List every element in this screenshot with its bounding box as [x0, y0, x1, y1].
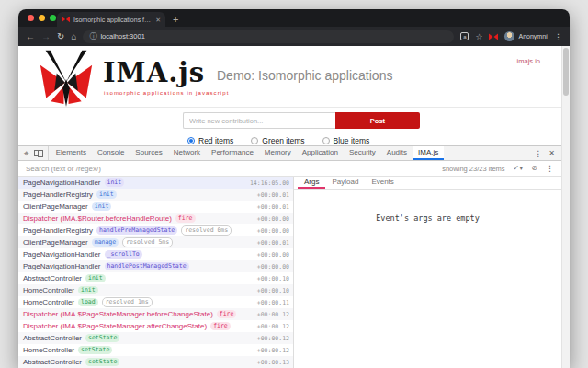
devtools-tabbar-right: ⋮ ✕: [527, 146, 561, 160]
browser-tabstrip: Isomorphic applications feed – ✕ +: [18, 9, 570, 27]
imajs-io-link[interactable]: imajs.io: [517, 57, 540, 65]
event-row[interactable]: AbstractControllersetState+00:00.13: [18, 356, 293, 368]
reload-icon[interactable]: ↻: [57, 32, 64, 41]
event-badge: init: [105, 178, 125, 187]
event-row[interactable]: AbstractControllersetState+00:00.12: [18, 332, 293, 344]
devtools-tabbar: ⌖ ElementsConsoleSourcesNetworkPerforman…: [18, 146, 561, 161]
detail-tab-events[interactable]: Events: [365, 177, 400, 189]
devtools-tab-security[interactable]: Security: [344, 146, 381, 160]
event-name: HomeController: [23, 298, 74, 306]
event-row[interactable]: PageHandlerRegistryinit+00:00.01: [18, 189, 293, 201]
event-time: +00:00.00: [257, 251, 289, 259]
event-time: +00:00.12: [257, 323, 289, 330]
devtools-tab-ima-js[interactable]: IMA.js: [413, 146, 444, 160]
translate-icon[interactable]: a: [460, 32, 469, 40]
event-name: HomeController: [23, 346, 74, 354]
event-row[interactable]: ClientPageManagerinit+00:00.01: [18, 201, 293, 213]
event-name: Dispatcher (IMA.$PageStateManager.afterC…: [23, 322, 207, 330]
event-time: 14:16:05.00: [250, 179, 289, 187]
event-time: +00:00.13: [257, 359, 289, 366]
address-bar[interactable]: ⓘ localhost:3001: [83, 30, 454, 43]
minimize-window-button[interactable]: [39, 15, 45, 21]
event-row[interactable]: Dispatcher (IMA.$PageStateManager.before…: [18, 308, 293, 320]
radio-label: Blue items: [334, 136, 370, 145]
filter-bar-right: showing 23/23 items ✓▾ ⊘ ⋮: [442, 164, 554, 173]
event-badge: setState: [78, 346, 112, 354]
event-badge: init: [92, 202, 112, 211]
page-info-icon[interactable]: ⓘ: [89, 33, 96, 40]
devtools-tab-performance[interactable]: Performance: [206, 146, 259, 160]
bookmark-star-icon[interactable]: ☆: [475, 32, 482, 41]
event-time: +00:00.01: [257, 239, 289, 247]
event-row[interactable]: PageNavigationHandlerhandlePostManagedSt…: [18, 260, 293, 272]
devtools-tab-elements[interactable]: Elements: [51, 146, 92, 160]
event-row[interactable]: Dispatcher (IMA.$Router.beforeHandleRout…: [18, 213, 293, 224]
devtools-tab-sources[interactable]: Sources: [130, 146, 167, 160]
detail-tabs: ArgsPayloadEvents: [294, 177, 561, 190]
select-filter-icon[interactable]: ✓▾: [514, 165, 524, 172]
event-row[interactable]: HomeControllersetState+00:00.12: [18, 344, 293, 356]
detail-tab-payload[interactable]: Payload: [325, 177, 365, 189]
event-time: +00:00.12: [257, 347, 289, 354]
forward-icon[interactable]: →: [41, 32, 51, 41]
contribution-input[interactable]: [183, 112, 335, 129]
ima-extension-icon[interactable]: [489, 33, 498, 40]
back-icon[interactable]: ←: [26, 32, 35, 41]
radio-red-items[interactable]: Red items: [187, 136, 233, 145]
devtools-tab-audits[interactable]: Audits: [381, 146, 413, 160]
event-resolved-badge: resolved 5ms: [122, 237, 173, 247]
event-name: PageNavigationHandler: [23, 262, 101, 270]
event-list: PageNavigationHandlerinit14:16:05.00Page…: [18, 177, 294, 368]
clear-list-icon[interactable]: ⊘: [531, 165, 537, 172]
close-window-button[interactable]: [28, 15, 34, 21]
toolbar-right: a ☆ Anonymní ⋮: [460, 31, 562, 41]
maximize-window-button[interactable]: [50, 15, 56, 21]
radio-blue-items[interactable]: Blue items: [322, 136, 370, 145]
devtools-tab-memory[interactable]: Memory: [259, 146, 297, 160]
radio-label: Red items: [198, 136, 233, 145]
tab-close-icon[interactable]: ✕: [155, 17, 161, 23]
devtools-close-icon[interactable]: ✕: [548, 149, 555, 157]
filter-radios: Red itemsGreen itemsBlue items: [187, 136, 369, 145]
event-time: +00:00.12: [257, 311, 289, 318]
new-tab-button[interactable]: +: [173, 13, 178, 26]
event-name: PageNavigationHandler: [23, 178, 101, 187]
filter-menu-icon[interactable]: ⋮: [546, 164, 554, 173]
inspect-element-icon[interactable]: ⌖: [24, 149, 29, 158]
browser-tab[interactable]: Isomorphic applications feed – ✕: [57, 12, 165, 27]
devtools-menu-icon[interactable]: ⋮: [534, 149, 542, 158]
profile-chip[interactable]: Anonymní: [504, 31, 548, 41]
event-row[interactable]: PageNavigationHandlerinit14:16:05.00: [18, 177, 293, 189]
devtools-filter-bar: showing 23/23 items ✓▾ ⊘ ⋮: [18, 161, 561, 177]
event-detail-panel: ArgsPayloadEvents Event's args are empty: [294, 177, 561, 368]
post-button[interactable]: Post: [335, 112, 420, 129]
event-time: +00:00.10: [257, 275, 289, 282]
browser-menu-icon[interactable]: ⋮: [554, 32, 562, 41]
contribution-form: Post: [183, 112, 420, 129]
home-icon[interactable]: ⌂: [71, 32, 76, 41]
page-scrollbar[interactable]: [561, 46, 570, 368]
event-time: +00:00.01: [257, 203, 289, 211]
search-input[interactable]: [26, 165, 191, 173]
items-count: showing 23/23 items: [442, 165, 504, 173]
event-row[interactable]: PageNavigationHandler_scrollTo+00:00.00: [18, 248, 293, 260]
devtools-tab-application[interactable]: Application: [297, 146, 344, 160]
event-row[interactable]: Dispatcher (IMA.$PageStateManager.afterC…: [18, 320, 293, 332]
radio-dot: [251, 137, 258, 144]
event-row[interactable]: AbstractControllerinit+00:00.10: [18, 272, 293, 284]
window-controls: [28, 15, 56, 21]
page-title: Demo: Isomorphic applications: [217, 68, 392, 83]
event-name: Dispatcher (IMA.$Router.beforeHandleRout…: [23, 214, 172, 223]
event-name: AbstractController: [23, 334, 82, 342]
event-row[interactable]: HomeControllerinit+00:00.10: [18, 284, 293, 296]
event-row[interactable]: PageHandlerRegistryhandlePreManagedState…: [18, 224, 293, 236]
devtools-tab-network[interactable]: Network: [168, 146, 206, 160]
devtools-tab-console[interactable]: Console: [92, 146, 130, 160]
event-time: +00:00.10: [257, 287, 289, 294]
detail-tab-args[interactable]: Args: [298, 177, 325, 189]
scrollbar-thumb[interactable]: [563, 48, 569, 96]
event-row[interactable]: ClientPageManagermanageresolved 5ms+00:0…: [18, 236, 293, 248]
device-toolbar-icon[interactable]: [34, 150, 42, 156]
radio-green-items[interactable]: Green items: [251, 136, 304, 145]
event-row[interactable]: HomeControllerloadresolved 1ms+00:00.11: [18, 296, 293, 308]
